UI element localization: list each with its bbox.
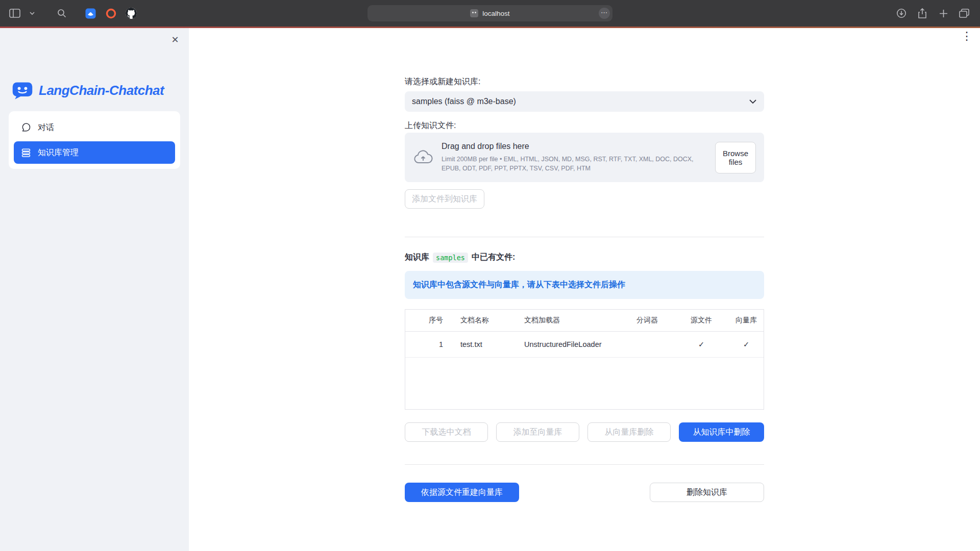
- sidebar-item-kb-management[interactable]: 知识库管理: [14, 141, 175, 164]
- sidebar-toggle-icon[interactable]: [8, 7, 21, 20]
- cell-source-check: ✓: [674, 340, 729, 348]
- uploader-limit-text: Limit 200MB per file • EML, HTML, JSON, …: [442, 155, 707, 173]
- files-heading-suffix: 中已有文件:: [472, 252, 515, 263]
- app-icon-orange[interactable]: [104, 7, 117, 20]
- column-header: 序号: [405, 316, 450, 325]
- main-content: 请选择或新建知识库: samples (faiss @ m3e-base) 上传…: [405, 28, 764, 551]
- info-banner: 知识库中包含源文件与向量库，请从下表中选择文件后操作: [405, 271, 764, 299]
- app-icon-blue[interactable]: [84, 7, 97, 20]
- info-banner-text: 知识库中包含源文件与向量库，请从下表中选择文件后操作: [413, 280, 625, 290]
- table-row[interactable]: 1 test.txt UnstructuredFileLoader ✓ ✓: [405, 332, 764, 358]
- delete-from-kb-button[interactable]: 从知识库中删除: [679, 422, 764, 442]
- main-menu-button[interactable]: ⋮: [960, 30, 973, 45]
- file-actions: 下载选中文档 添加至向量库 从向量库删除 从知识库中删除: [405, 422, 764, 442]
- share-icon[interactable]: [916, 7, 929, 20]
- kb-bottom-actions: 依据源文件重建向量库 删除知识库: [405, 483, 764, 502]
- sidebar-menu: 对话 知识库管理: [9, 111, 180, 169]
- app-logo: LangChain-Chatchat: [11, 79, 164, 102]
- divider: [405, 464, 764, 465]
- uploader-title: Drag and drop files here: [442, 142, 715, 151]
- logo-text: LangChain-Chatchat: [39, 83, 164, 98]
- cell-doc-name: test.txt: [450, 340, 516, 348]
- add-to-vector-button[interactable]: 添加至向量库: [496, 422, 579, 442]
- cell-vector-check: ✓: [729, 340, 764, 348]
- kb-name-code: samples: [433, 253, 468, 263]
- column-header: 向量库: [729, 316, 764, 325]
- knowledge-base-icon: [21, 147, 31, 158]
- sidebar-item-dialogue[interactable]: 对话: [14, 116, 175, 139]
- kb-select-value: samples (faiss @ m3e-base): [412, 97, 516, 106]
- kb-select[interactable]: samples (faiss @ m3e-base): [405, 91, 764, 112]
- app-root: ✕ LangChain-Chatchat 对: [0, 28, 980, 551]
- site-favicon: [470, 9, 478, 17]
- files-table: 序号 文档名称 文档加载器 分词器 源文件 向量库 1 test.txt Uns…: [405, 309, 764, 410]
- chevron-down-icon[interactable]: [29, 7, 36, 20]
- column-header: 文档名称: [450, 316, 516, 325]
- remove-from-vector-button[interactable]: 从向量库删除: [587, 422, 671, 442]
- column-header: 源文件: [674, 316, 729, 325]
- table-header-row: 序号 文档名称 文档加载器 分词器 源文件 向量库: [405, 310, 764, 332]
- sidebar: ✕ LangChain-Chatchat 对: [0, 28, 189, 551]
- download-selected-button[interactable]: 下载选中文档: [405, 422, 488, 442]
- browser-toolbar: localhost ⋯: [0, 0, 980, 27]
- cell-index: 1: [405, 340, 450, 348]
- cloud-upload-icon: [413, 149, 433, 166]
- files-heading: 知识库 samples 中已有文件:: [405, 252, 764, 263]
- new-tab-icon[interactable]: [937, 7, 950, 20]
- github-icon[interactable]: [125, 7, 138, 20]
- files-heading-prefix: 知识库: [405, 252, 429, 263]
- address-text: localhost: [482, 10, 509, 17]
- upload-label: 上传知识文件:: [405, 120, 764, 131]
- add-files-button[interactable]: 添加文件到知识库: [405, 189, 484, 209]
- rebuild-vector-store-button[interactable]: 依据源文件重建向量库: [405, 483, 519, 502]
- cell-loader: UnstructuredFileLoader: [516, 340, 621, 348]
- divider: [405, 237, 764, 237]
- downloads-icon[interactable]: [895, 7, 908, 20]
- column-header: 文档加载器: [516, 316, 621, 325]
- logo-icon: [11, 79, 34, 102]
- chat-bubble-icon: [21, 122, 31, 133]
- sidebar-item-label: 知识库管理: [38, 147, 79, 158]
- sidebar-item-label: 对话: [38, 122, 54, 133]
- tab-overview-icon[interactable]: [958, 7, 971, 20]
- column-header: 分词器: [621, 316, 674, 325]
- address-bar[interactable]: localhost ⋯: [368, 5, 612, 21]
- delete-kb-button[interactable]: 删除知识库: [650, 483, 764, 502]
- file-uploader-dropzone[interactable]: Drag and drop files here Limit 200MB per…: [405, 133, 764, 182]
- sidebar-close-button[interactable]: ✕: [168, 33, 182, 46]
- search-icon[interactable]: [55, 7, 68, 20]
- browse-files-button[interactable]: Browse files: [715, 142, 756, 173]
- page-more-button[interactable]: ⋯: [599, 8, 610, 19]
- kb-select-label: 请选择或新建知识库:: [405, 77, 764, 87]
- chevron-down-icon: [749, 99, 757, 104]
